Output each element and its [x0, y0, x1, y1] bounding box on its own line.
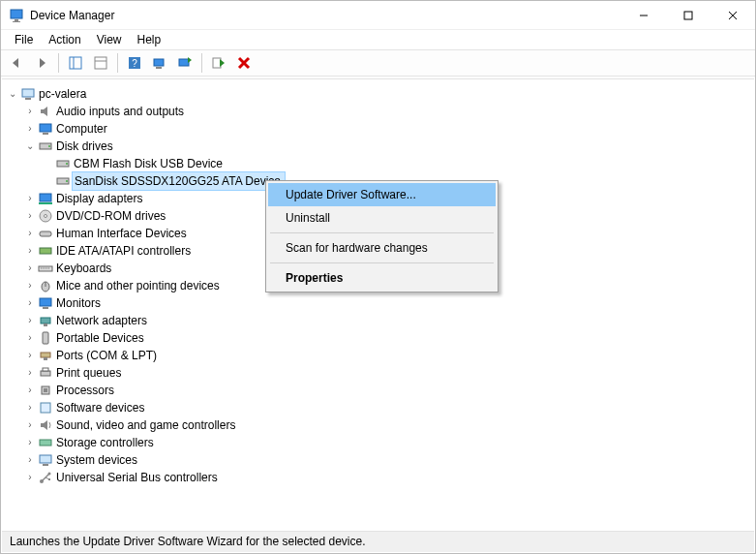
svg-marker-20 [220, 59, 225, 67]
tree-node-disk-child[interactable]: CBM Flash Disk USB Device [6, 155, 750, 172]
tree-label: Software devices [54, 399, 144, 416]
expander-icon[interactable]: › [23, 364, 37, 382]
expander-icon[interactable]: › [23, 190, 37, 207]
ctx-separator [270, 232, 494, 233]
tree-label: Audio inputs and outputs [54, 103, 184, 120]
printer-icon [37, 365, 54, 381]
properties-button[interactable] [89, 51, 112, 75]
tree-node-audio[interactable]: › Audio inputs and outputs [6, 103, 750, 120]
back-button[interactable] [5, 51, 28, 75]
cpu-icon [37, 383, 54, 398]
tree-label: DVD/CD-ROM drives [54, 207, 166, 225]
hid-icon [37, 226, 54, 241]
tree-node-network[interactable]: › Network adapters [6, 312, 750, 329]
tree-label: Computer [54, 120, 107, 138]
svg-marker-7 [13, 58, 18, 68]
tree-label: Processors [54, 382, 114, 399]
expander-icon[interactable]: › [23, 294, 37, 312]
svg-rect-19 [213, 58, 221, 68]
svg-rect-50 [44, 357, 47, 360]
menu-view[interactable]: View [89, 31, 130, 48]
svg-rect-46 [41, 318, 50, 323]
tree-node-computer[interactable]: › Computer [6, 120, 750, 138]
expander-icon[interactable]: › [23, 347, 37, 364]
svg-rect-58 [40, 455, 51, 463]
sound-icon [37, 417, 54, 433]
ide-icon [37, 243, 54, 259]
expander-icon[interactable]: › [23, 434, 37, 451]
expander-icon[interactable]: › [23, 312, 37, 329]
expander-icon[interactable]: › [23, 451, 37, 469]
tree-label: Disk drives [54, 138, 113, 155]
tree-label: IDE ATA/ATAPI controllers [54, 242, 191, 260]
tree-node-sound[interactable]: › Sound, video and game controllers [6, 416, 750, 434]
tree-node-system[interactable]: › System devices [6, 451, 750, 469]
expander-icon[interactable]: › [23, 120, 37, 138]
portable-device-icon [37, 330, 54, 346]
svg-rect-59 [43, 464, 48, 466]
svg-rect-23 [22, 89, 34, 97]
menu-help[interactable]: Help [130, 31, 169, 48]
tree-label: Display adapters [54, 190, 142, 207]
close-button[interactable] [711, 1, 755, 29]
disk-icon [54, 156, 72, 171]
expander-icon[interactable]: › [23, 260, 37, 277]
maximize-button[interactable] [666, 1, 711, 29]
tree-node-portable[interactable]: › Portable Devices [6, 329, 750, 347]
system-device-icon [37, 452, 54, 468]
menu-file[interactable]: File [7, 31, 41, 48]
tree-label: CBM Flash Disk USB Device [72, 155, 223, 172]
tree-label: Storage controllers [54, 434, 154, 451]
port-icon [37, 348, 54, 363]
show-hide-tree-button[interactable] [64, 51, 87, 75]
tree-node-disk-drives[interactable]: ⌄ Disk drives [6, 138, 750, 155]
expander-icon[interactable]: › [23, 399, 37, 416]
ctx-uninstall[interactable]: Uninstall [268, 206, 496, 230]
svg-rect-2 [13, 21, 20, 22]
tree-node-ports[interactable]: › Ports (COM & LPT) [6, 347, 750, 364]
ctx-update-driver[interactable]: Update Driver Software... [268, 183, 496, 206]
tree-node-print-queues[interactable]: › Print queues [6, 364, 750, 382]
svg-rect-49 [41, 353, 50, 357]
tree-node-software[interactable]: › Software devices [6, 399, 750, 416]
tree-root[interactable]: ⌄ pc-valera [6, 85, 750, 103]
expander-icon[interactable]: › [23, 329, 37, 347]
svg-rect-44 [40, 298, 51, 306]
expander-icon[interactable]: › [23, 416, 37, 434]
scan-hardware-button[interactable] [148, 51, 171, 75]
toolbar-separator [201, 53, 202, 73]
svg-point-33 [66, 180, 68, 182]
tree-node-storage[interactable]: › Storage controllers [6, 434, 750, 451]
svg-rect-9 [70, 57, 81, 69]
tree-label: Ports (COM & LPT) [54, 347, 157, 364]
ctx-separator [270, 262, 494, 263]
menu-action[interactable]: Action [41, 31, 88, 48]
minimize-button[interactable] [621, 1, 666, 29]
expander-icon[interactable]: › [23, 207, 37, 225]
uninstall-button[interactable] [232, 51, 256, 75]
keyboard-icon [37, 261, 54, 276]
tree-label: Universal Serial Bus controllers [54, 469, 218, 486]
expander-icon[interactable]: › [23, 225, 37, 242]
expander-icon[interactable]: › [23, 103, 37, 120]
ctx-scan-hardware[interactable]: Scan for hardware changes [268, 236, 496, 260]
tree-node-usb[interactable]: › Universal Serial Bus controllers [6, 469, 750, 486]
expander-icon[interactable]: › [23, 469, 37, 486]
expander-icon[interactable]: ⌄ [6, 85, 19, 103]
expander-icon[interactable]: › [23, 382, 37, 399]
forward-button[interactable] [30, 51, 53, 75]
ctx-properties[interactable]: Properties [268, 266, 496, 290]
device-tree-panel[interactable]: ⌄ pc-valera › Audio inputs and outputs ›… [2, 78, 754, 530]
svg-rect-39 [40, 248, 51, 254]
expander-icon[interactable]: ⌄ [23, 138, 37, 155]
tree-node-monitors[interactable]: › Monitors [6, 294, 750, 312]
enable-device-button[interactable] [207, 51, 230, 75]
tree-node-processors[interactable]: › Processors [6, 382, 750, 399]
svg-rect-55 [41, 403, 50, 413]
context-menu: Update Driver Software... Uninstall Scan… [265, 180, 499, 292]
help-button[interactable]: ? [123, 51, 146, 75]
update-driver-button[interactable] [173, 51, 197, 75]
expander-icon[interactable]: › [23, 277, 37, 294]
expander-icon[interactable]: › [23, 242, 37, 260]
svg-rect-26 [40, 124, 51, 132]
